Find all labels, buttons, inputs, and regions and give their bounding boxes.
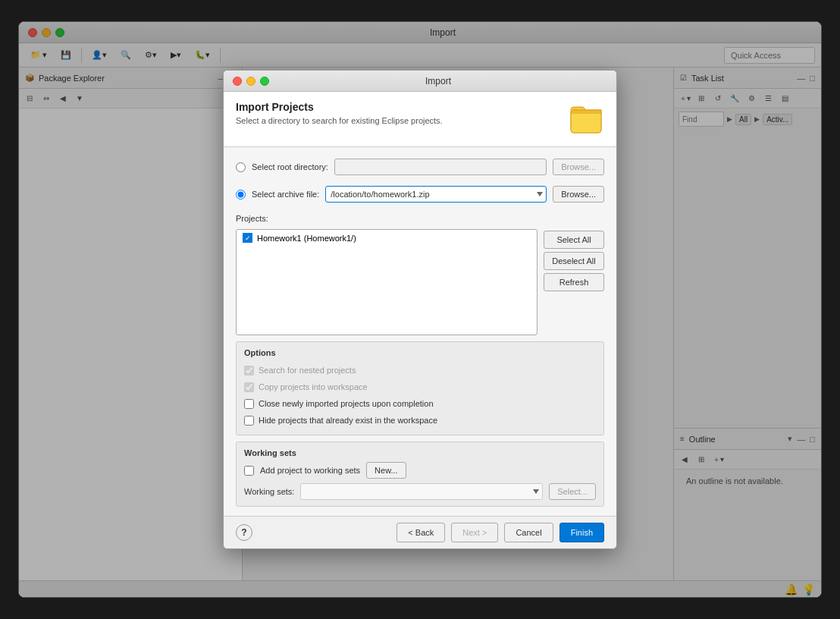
help-btn[interactable]: ? [236, 524, 252, 541]
search-nested-row: Search for nested projects [244, 362, 596, 379]
options-title: Options [244, 348, 596, 357]
dialog-maximize-btn[interactable] [260, 77, 269, 86]
projects-area: Homework1 (Homework1/) Select All Desele… [236, 229, 604, 335]
projects-buttons: Select All Deselect All Refresh [544, 229, 604, 335]
archive-file-radio[interactable] [236, 190, 246, 200]
copy-projects-checkbox [244, 382, 254, 392]
import-dialog: Import Import Projects Select a director… [223, 70, 617, 549]
archive-file-label[interactable]: Select archive file: [252, 190, 319, 199]
project-item[interactable]: Homework1 (Homework1/) [237, 230, 537, 246]
copy-projects-row: Copy projects into workspace [244, 379, 596, 395]
select-working-set-btn[interactable]: Select... [549, 483, 596, 500]
add-to-ws-checkbox[interactable] [244, 466, 254, 476]
modal-overlay: Import Import Projects Select a director… [19, 22, 821, 597]
eclipse-window: Import 📁▾ 💾 👤▾ 🔍 ⚙▾ ▶▾ 🐛▾ 📦 Package Expl… [18, 21, 822, 598]
cancel-btn[interactable]: Cancel [504, 523, 553, 542]
dialog-footer: ? < Back Next > Cancel Finish [224, 516, 616, 548]
dialog-header-title: Import Projects [236, 101, 559, 113]
dialog-minimize-btn[interactable] [246, 77, 255, 86]
folder-icon [568, 101, 604, 137]
refresh-btn[interactable]: Refresh [544, 273, 604, 291]
hide-existing-checkbox[interactable] [244, 416, 254, 426]
dialog-header-text: Import Projects Select a directory to se… [236, 101, 559, 125]
root-dir-radio[interactable] [236, 162, 246, 172]
dialog-traffic-lights [233, 77, 269, 86]
working-sets-add-row: Add project to working sets New... [244, 462, 596, 479]
project-checkbox[interactable] [243, 233, 252, 243]
browse-root-btn: Browse... [553, 159, 604, 175]
project-name: Homework1 (Homework1/) [257, 234, 356, 243]
projects-list[interactable]: Homework1 (Homework1/) [236, 229, 538, 335]
search-nested-label: Search for nested projects [259, 366, 356, 375]
close-newly-row: Close newly imported projects upon compl… [244, 395, 596, 412]
dialog-header-subtitle: Select a directory to search for existin… [236, 116, 559, 125]
search-nested-checkbox [244, 366, 254, 375]
root-dir-label[interactable]: Select root directory: [252, 162, 328, 171]
dialog-close-btn[interactable] [233, 77, 242, 86]
hide-existing-row: Hide projects that already exist in the … [244, 412, 596, 429]
projects-label: Projects: [236, 214, 604, 223]
dialog-titlebar: Import [224, 71, 616, 92]
close-newly-checkbox[interactable] [244, 399, 254, 409]
working-sets-select[interactable] [300, 483, 543, 500]
working-sets-label-row: Working sets: Select... [244, 483, 596, 500]
dialog-header: Import Projects Select a directory to se… [224, 92, 616, 147]
hide-existing-label[interactable]: Hide projects that already exist in the … [259, 416, 437, 425]
close-newly-label[interactable]: Close newly imported projects upon compl… [259, 399, 434, 408]
dialog-title: Import [269, 76, 607, 86]
copy-projects-label: Copy projects into workspace [259, 382, 368, 391]
dialog-body: Select root directory: Browse... Select … [224, 147, 616, 516]
deselect-all-btn[interactable]: Deselect All [544, 252, 604, 270]
add-to-ws-label[interactable]: Add project to working sets [260, 466, 360, 475]
archive-file-row: Select archive file: /location/to/homewo… [236, 184, 604, 205]
archive-file-select[interactable]: /location/to/homework1.zip [325, 186, 547, 203]
new-working-set-btn[interactable]: New... [366, 462, 406, 479]
select-all-btn[interactable]: Select All [544, 231, 604, 249]
browse-archive-btn[interactable]: Browse... [553, 186, 604, 203]
working-sets-label: Working sets: [244, 487, 294, 496]
next-btn[interactable]: Next > [451, 523, 498, 542]
root-dir-row: Select root directory: Browse... [236, 156, 604, 178]
options-section: Options Search for nested projects Copy … [236, 341, 604, 435]
working-sets-section: Working sets Add project to working sets… [236, 441, 604, 507]
working-sets-title: Working sets [244, 448, 596, 457]
root-dir-input [334, 159, 547, 175]
back-btn[interactable]: < Back [396, 523, 445, 542]
finish-btn[interactable]: Finish [559, 523, 604, 542]
